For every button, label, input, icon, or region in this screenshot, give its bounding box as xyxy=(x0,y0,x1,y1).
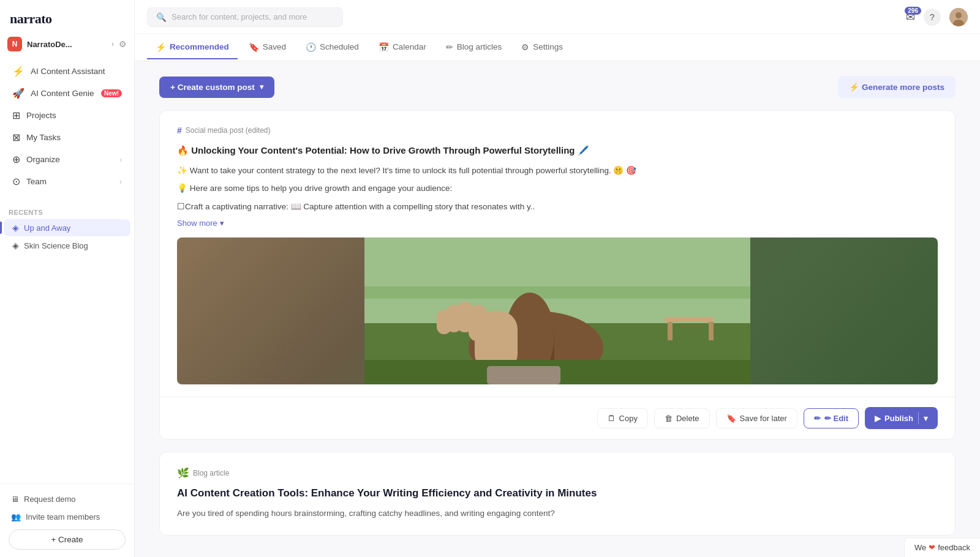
tab-blog-articles[interactable]: ✏ Blog articles xyxy=(437,36,511,59)
dropdown-chevron-icon: ▾ xyxy=(260,83,263,91)
logo-area: narrato xyxy=(0,0,134,33)
copy-button[interactable]: 🗒 Copy xyxy=(597,408,648,428)
social-media-post-card: # Social media post (edited) 🔥 Unlocking… xyxy=(159,110,956,439)
post-card-content: # Social media post (edited) 🔥 Unlocking… xyxy=(160,111,955,397)
recent-item-icon: ◈ xyxy=(12,241,19,250)
sidebar-bottom: 🖥 Request demo 👥 Invite team members + C… xyxy=(0,484,134,557)
create-button[interactable]: + Create xyxy=(9,529,126,550)
blog-title: AI Content Creation Tools: Enhance Your … xyxy=(177,486,938,501)
feedback-bar[interactable]: We ❤ feedback xyxy=(904,537,980,557)
tab-calendar[interactable]: 📅 Calendar xyxy=(370,36,435,59)
tab-recommended[interactable]: ⚡ Recommended xyxy=(147,36,238,59)
bookmark-tab-icon: 🔖 xyxy=(249,42,259,52)
invite-icon: 👥 xyxy=(11,512,21,521)
clock-tab-icon: 🕐 xyxy=(306,42,316,52)
hash-icon: # xyxy=(177,125,182,135)
sidebar-item-skin-science[interactable]: ◈ Skin Science Blog xyxy=(4,237,130,254)
question-mark-icon: ? xyxy=(930,12,935,22)
team-icon: ⊙ xyxy=(12,176,20,187)
search-box[interactable]: 🔍 Search for content, projects, and more xyxy=(147,7,343,27)
show-more-button[interactable]: Show more ▾ xyxy=(177,219,224,228)
blog-body: Are you tired of spending hours brainsto… xyxy=(177,507,938,520)
sidebar-item-organize[interactable]: ⊕ Organize › xyxy=(4,149,130,170)
organize-icon: ⊕ xyxy=(12,154,20,165)
edit-icon: ✏ xyxy=(814,414,821,423)
edit-button[interactable]: ✏ ✏ Edit xyxy=(804,408,859,428)
create-custom-post-button[interactable]: + Create custom post ▾ xyxy=(159,77,274,98)
calendar-tab-icon: 📅 xyxy=(379,42,389,52)
heart-icon: ❤ xyxy=(929,543,935,552)
tasks-icon: ⊠ xyxy=(12,132,20,143)
organize-chevron-icon: › xyxy=(119,155,122,164)
lightning-tab-icon: ⚡ xyxy=(156,42,166,52)
gear-tab-icon: ⚙ xyxy=(521,42,529,52)
svg-rect-18 xyxy=(487,366,560,384)
save-for-later-button[interactable]: 🔖 Save for later xyxy=(716,408,797,428)
tab-scheduled[interactable]: 🕐 Scheduled xyxy=(297,36,368,59)
projects-icon: ⊞ xyxy=(12,110,20,121)
post-item: ☐Craft a captivating narrative: 📖 Captur… xyxy=(177,200,938,214)
rocket-icon: 🚀 xyxy=(12,88,24,99)
workspace-avatar: N xyxy=(7,37,22,51)
sidebar-navigation: ⚡ AI Content Assistant 🚀 AI Content Geni… xyxy=(0,58,134,195)
sidebar-spacer xyxy=(0,261,134,484)
content-area: + Create custom post ▾ ⚡ Generate more p… xyxy=(135,61,980,557)
up-and-away-wrapper: ◈ Up and Away xyxy=(0,219,134,236)
action-bar: + Create custom post ▾ ⚡ Generate more p… xyxy=(159,76,956,98)
demo-icon: 🖥 xyxy=(11,495,19,504)
svg-rect-6 xyxy=(665,317,714,322)
workspace-selector[interactable]: N NarratoDe... › ⚙ xyxy=(0,33,134,58)
svg-rect-16 xyxy=(437,310,451,334)
help-button[interactable]: ? xyxy=(924,9,941,26)
copy-icon: 🗒 xyxy=(608,414,616,423)
nav-tabs: ⚡ Recommended 🔖 Saved 🕐 Scheduled 📅 Cale… xyxy=(135,34,980,61)
search-icon: 🔍 xyxy=(156,12,167,22)
sidebar-item-my-tasks[interactable]: ⊠ My Tasks xyxy=(4,127,130,148)
main-content: 🔍 Search for content, projects, and more… xyxy=(135,0,980,557)
app-logo: narrato xyxy=(10,11,52,27)
post-body: ✨ Want to take your content strategy to … xyxy=(177,164,938,178)
sidebar: narrato N NarratoDe... › ⚙ ⚡ AI Content … xyxy=(0,0,135,557)
post-image-svg xyxy=(177,237,938,384)
topbar-icons: ✉ 296 ? xyxy=(906,8,968,26)
delete-button[interactable]: 🗑 Delete xyxy=(654,408,710,428)
svg-rect-8 xyxy=(709,322,714,340)
tab-settings[interactable]: ⚙ Settings xyxy=(513,36,571,59)
lightning-icon: ⚡ xyxy=(12,65,24,77)
post-type-badge: # Social media post (edited) xyxy=(177,125,938,135)
publish-button[interactable]: ▶ Publish ▾ xyxy=(865,407,938,429)
sidebar-item-ai-assistant[interactable]: ⚡ AI Content Assistant xyxy=(4,61,130,82)
user-avatar[interactable] xyxy=(949,8,968,26)
active-indicator xyxy=(0,222,2,234)
post-tip: 💡 Here are some tips to help you drive g… xyxy=(177,182,938,195)
svg-rect-4 xyxy=(364,286,750,299)
mail-button[interactable]: ✉ 296 xyxy=(906,10,915,24)
sidebar-item-team[interactable]: ⊙ Team › xyxy=(4,171,130,192)
bookmark-icon: 🔖 xyxy=(726,414,736,423)
post-image xyxy=(177,237,938,384)
show-more-chevron-icon: ▾ xyxy=(220,219,224,228)
topbar: 🔍 Search for content, projects, and more… xyxy=(135,0,980,34)
recent-item-icon: ◈ xyxy=(12,223,19,233)
workspace-gear-icon[interactable]: ⚙ xyxy=(119,39,127,49)
mail-count-badge: 296 xyxy=(905,7,921,15)
recents-section: Recents ◈ Up and Away ◈ Skin Science Blo… xyxy=(0,195,134,261)
blog-article-card: 🌿 Blog article AI Content Creation Tools… xyxy=(159,452,956,535)
workspace-name: NarratoDe... xyxy=(27,40,107,49)
new-badge: New! xyxy=(101,89,122,97)
trash-icon: 🗑 xyxy=(665,414,673,423)
publish-divider xyxy=(918,412,919,424)
sidebar-item-ai-genie[interactable]: 🚀 AI Content Genie New! xyxy=(4,83,130,104)
request-demo-link[interactable]: 🖥 Request demo xyxy=(5,490,129,508)
blog-type-badge: 🌿 Blog article xyxy=(177,467,938,479)
sidebar-item-team-wrapper: ⊙ Team › xyxy=(0,171,134,192)
invite-team-link[interactable]: 👥 Invite team members xyxy=(5,508,129,526)
svg-point-1 xyxy=(956,12,962,18)
avatar-image xyxy=(949,8,968,26)
post-title: 🔥 Unlocking Your Content's Potential: Ho… xyxy=(177,144,938,158)
sidebar-item-projects[interactable]: ⊞ Projects xyxy=(4,105,130,126)
generate-more-posts-button[interactable]: ⚡ Generate more posts xyxy=(838,76,956,98)
tab-saved[interactable]: 🔖 Saved xyxy=(240,36,295,59)
sidebar-item-up-and-away[interactable]: ◈ Up and Away xyxy=(4,219,130,236)
publish-dropdown-icon: ▾ xyxy=(924,414,928,423)
